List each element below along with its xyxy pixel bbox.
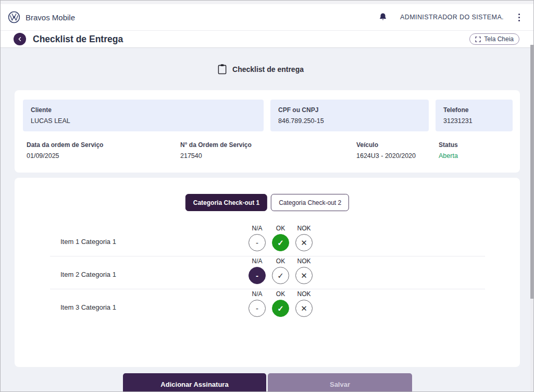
field-label: Status — [439, 141, 458, 149]
option-label: NOK — [297, 225, 311, 232]
option-label: N/A — [252, 290, 262, 298]
option-nok-button[interactable]: ✕ — [295, 234, 313, 251]
app-window: Bravos Mobile ADMINISTRADOR DO SISTEMA. … — [0, 0, 534, 392]
checklist-row: Item 3 Categoria 1 N/A - OK ✓ NOK ✕ — [15, 289, 520, 322]
checklist-row: Item 1 Categoria 1 N/A - OK ✓ NOK ✕ — [15, 224, 520, 256]
option-label: OK — [276, 290, 285, 298]
kebab-menu-icon[interactable] — [516, 13, 522, 22]
option-nok: NOK ✕ — [295, 258, 313, 284]
fullscreen-button[interactable]: Tela Cheia — [469, 33, 519, 45]
fullscreen-icon — [475, 36, 481, 42]
notifications-bell-icon[interactable] — [378, 13, 388, 22]
section-heading: Checklist de entrega — [1, 64, 520, 75]
back-button[interactable] — [14, 33, 26, 45]
field-label: CPF ou CNPJ — [278, 106, 421, 114]
vw-logo-icon — [8, 11, 20, 23]
field-data-ordem: Data da ordem de Serviço 01/09/2025 — [27, 141, 103, 160]
field-cliente: Cliente LUCAS LEAL — [23, 100, 264, 131]
tab-categoria-checkout-2[interactable]: Categoria Check-out 2 — [271, 194, 349, 211]
option-ok-button[interactable]: ✓ — [272, 300, 289, 317]
option-label: N/A — [252, 258, 262, 265]
field-numero-ordem: N° da Ordem de Serviço 217540 — [180, 141, 252, 160]
option-ok-button[interactable]: ✓ — [272, 234, 289, 251]
checklist-item-label: Item 1 Categoria 1 — [60, 238, 116, 246]
option-label: NOK — [297, 258, 311, 265]
field-value: 1624U3 - 2020/2020 — [356, 152, 416, 160]
app-name: Bravos Mobile — [26, 13, 75, 22]
section-title: Checklist de entrega — [232, 65, 304, 74]
field-cpf-cnpj: CPF ou CNPJ 846.789.250-15 — [270, 100, 429, 131]
brand: Bravos Mobile — [8, 11, 75, 23]
field-value: 31231231 — [443, 117, 505, 125]
option-nok: NOK ✕ — [295, 225, 313, 251]
tab-categoria-checkout-1[interactable]: Categoria Check-out 1 — [185, 194, 267, 211]
clipboard-icon — [217, 64, 227, 75]
option-na-button[interactable]: - — [249, 267, 266, 284]
option-label: OK — [276, 258, 285, 265]
option-na-button[interactable]: - — [249, 234, 266, 251]
field-veiculo: Veículo 1624U3 - 2020/2020 — [356, 141, 416, 160]
field-label: Data da ordem de Serviço — [27, 141, 103, 149]
save-button[interactable]: Salvar — [268, 373, 412, 392]
checklist-item-label: Item 3 Categoria 1 — [60, 303, 116, 311]
option-nok-button[interactable]: ✕ — [295, 300, 313, 317]
checklist-row: Item 2 Categoria 1 N/A - OK ✓ NOK ✕ — [15, 256, 520, 289]
field-label: Veículo — [356, 141, 416, 149]
scrollbar-track[interactable] — [530, 45, 533, 391]
option-label: NOK — [297, 290, 311, 298]
top-strip — [1, 1, 533, 4]
option-nok-button[interactable]: ✕ — [295, 267, 313, 284]
option-ok: OK ✓ — [272, 290, 289, 317]
option-ok: OK ✓ — [272, 258, 289, 284]
option-label: N/A — [252, 225, 262, 232]
order-info-card: Cliente LUCAS LEAL CPF ou CNPJ 846.789.2… — [15, 90, 520, 173]
option-ok-button[interactable]: ✓ — [272, 267, 289, 284]
option-na: N/A - — [249, 290, 266, 317]
field-value: 846.789.250-15 — [278, 117, 421, 125]
field-status: Status Aberta — [439, 141, 458, 160]
option-label: OK — [276, 225, 285, 232]
option-na: N/A - — [249, 225, 266, 251]
add-signature-button[interactable]: Adicionar Assinatura — [123, 373, 266, 392]
field-label: Cliente — [31, 106, 256, 114]
fullscreen-label: Tela Cheia — [484, 35, 514, 43]
app-bar: Bravos Mobile ADMINISTRADOR DO SISTEMA. — [1, 4, 533, 31]
page-title: Checklist de Entrega — [33, 34, 123, 45]
field-value: 01/09/2025 — [27, 152, 103, 160]
field-label: N° da Ordem de Serviço — [180, 141, 252, 149]
field-label: Telefone — [443, 106, 505, 114]
field-value: 217540 — [180, 152, 252, 160]
status-value: Aberta — [439, 152, 458, 160]
option-na-button[interactable]: - — [249, 300, 266, 317]
scrollbar-thumb[interactable] — [530, 45, 533, 299]
checklist-item-label: Item 2 Categoria 1 — [60, 271, 116, 278]
field-telefone: Telefone 31231231 — [436, 100, 513, 131]
title-bar: Checklist de Entrega Tela Cheia — [1, 31, 533, 48]
user-menu-label[interactable]: ADMINISTRADOR DO SISTEMA. — [400, 14, 504, 21]
option-na: N/A - — [249, 258, 266, 284]
category-tabs: Categoria Check-out 1 Categoria Check-ou… — [185, 194, 349, 211]
checklist-card: Categoria Check-out 1 Categoria Check-ou… — [15, 178, 520, 367]
field-value: LUCAS LEAL — [31, 117, 256, 125]
option-nok: NOK ✕ — [295, 290, 313, 317]
option-ok: OK ✓ — [272, 225, 289, 251]
